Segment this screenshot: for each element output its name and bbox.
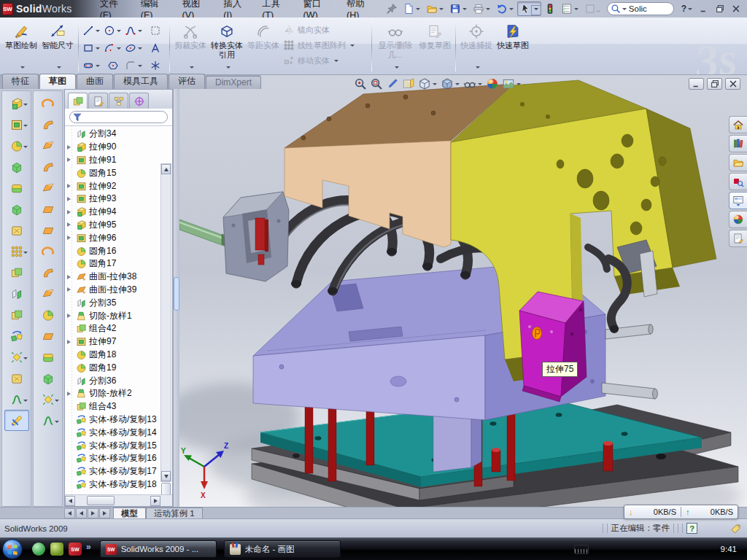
save-button[interactable] [447,1,470,16]
feature-tree-item[interactable]: 圆角18 [66,349,172,362]
close-button[interactable] [731,4,741,14]
splitter-handle[interactable] [174,277,179,311]
feature-tree-item[interactable]: 圆角19 [66,361,172,374]
doc-restore-button[interactable] [707,78,722,90]
trim-entities-button[interactable]: 剪裁实体 [172,20,209,73]
slot-tool[interactable] [81,57,102,74]
boundary-surface-button[interactable] [36,177,61,198]
expand-arrow-icon[interactable] [67,183,74,190]
mirror-entities-button[interactable]: 镜向实体 [282,23,369,36]
scrollbar-thumb[interactable] [161,483,171,494]
new-document-button[interactable] [400,1,423,16]
reference-plane-button[interactable] [4,368,29,389]
command-tab[interactable]: DimXpert [206,76,261,89]
expand-arrow-icon[interactable] [67,403,74,410]
feature-tree-item[interactable]: 拉伸91 [66,154,172,167]
tag-icon[interactable] [729,523,741,534]
configurationmanager-tab[interactable] [109,93,128,109]
freeform-button[interactable] [36,368,61,389]
sketch-fillet-tool[interactable] [123,57,144,74]
feature-tree-item[interactable]: 曲面-拉伸38 [66,271,172,284]
hide-show-items-button[interactable] [462,77,484,91]
expand-arrow-icon[interactable] [67,195,74,202]
featuremanager-tab[interactable] [68,93,88,109]
undo-button[interactable] [494,1,516,16]
dome-button[interactable] [36,346,61,368]
quick-launch-solidworks[interactable]: SW [69,542,82,556]
feature-tree-item[interactable]: 实体-移动/复制18 [66,478,172,491]
quick-launch-game[interactable] [50,542,63,556]
tray-update-icon[interactable] [629,544,640,555]
tray-security-icon[interactable] [614,544,625,555]
surface-point-button[interactable] [36,389,61,410]
appearances-tab[interactable] [729,211,747,228]
feature-tree-item[interactable]: 实体-移动/复制13 [66,413,172,427]
expand-arrow-icon[interactable] [67,325,74,332]
dropdown-arrow-icon[interactable] [574,8,578,12]
taskbar-task-button[interactable]: SW SolidWorks 2009 - ... [100,540,217,558]
feature-tree-item[interactable]: 组合43 [66,400,172,413]
shell-button[interactable] [4,177,29,198]
propertymanager-tab[interactable] [88,93,108,109]
zoom-to-fit-button[interactable] [353,77,368,91]
point-tool[interactable] [144,57,166,74]
design-library-tab[interactable] [729,135,747,152]
wrap-button[interactable] [4,219,29,241]
boss-extrude-button[interactable] [4,93,29,114]
knit-surface-button[interactable] [36,241,61,262]
expand-arrow-icon[interactable] [67,390,74,397]
expand-arrow-icon[interactable] [67,300,74,306]
exploded-mold-assembly-model[interactable]: Y Z X [179,75,747,507]
edit-appearance-button[interactable] [485,77,500,91]
tray-shield-plus-icon[interactable] [687,544,698,555]
extruded-surface-button[interactable] [36,135,61,156]
taskbar-task-button[interactable]: 未命名 - 画图 [224,540,341,558]
document-tab[interactable]: 模型 [113,508,146,518]
text-tool[interactable] [144,39,166,57]
feature-tree-item[interactable]: 拉伸92 [66,179,172,192]
rebuild-button[interactable] [542,1,558,16]
last-tab-button[interactable] [99,508,110,518]
feature-tree-item[interactable]: 拉伸95 [66,219,172,232]
scrollbar-thumb[interactable] [87,496,115,505]
command-tab[interactable]: 评估 [169,74,205,89]
extruded-cut-button[interactable] [4,114,29,135]
repair-sketch-button[interactable]: 修复草图 [417,20,453,73]
feature-tree-item[interactable]: 圆角16 [66,244,172,257]
tree-horizontal-scrollbar[interactable] [65,494,172,506]
help-button[interactable]: ? [678,4,696,14]
previous-tab-button[interactable] [76,508,87,518]
file-explorer-tab[interactable] [729,154,747,171]
quick-tips-button[interactable]: ? [686,523,697,534]
quick-launch-more-chevron[interactable]: » [86,542,91,552]
open-button[interactable] [424,1,446,16]
combine-bodies-button[interactable] [4,262,29,283]
feature-tree-item[interactable]: 曲面-拉伸39 [66,284,172,297]
smart-dimension-button[interactable]: 智能尺寸 [39,20,76,73]
taskbar-clock[interactable]: 9:41 [721,545,737,553]
command-tab[interactable]: 曲面 [77,74,113,89]
next-tab-button[interactable] [88,508,98,518]
search-input[interactable]: Solic [607,2,674,15]
expand-arrow-icon[interactable] [67,416,74,423]
rib-button[interactable] [4,156,29,177]
doc-minimize-button[interactable] [689,78,704,90]
print-button[interactable] [471,1,493,16]
scroll-down-button[interactable] [161,471,171,481]
apply-scene-button[interactable] [501,77,522,91]
display-style-button[interactable] [440,77,461,91]
select-button[interactable] [517,1,541,16]
extend-surface-button[interactable] [36,262,61,283]
linear-pattern-button[interactable] [4,241,29,262]
reference-point-button[interactable] [4,346,29,368]
graphics-area[interactable]: Y Z X [179,75,747,507]
expand-arrow-icon[interactable] [67,455,74,462]
expand-arrow-icon[interactable] [67,429,74,436]
minimize-button[interactable] [699,4,709,14]
linear-sketch-pattern-button[interactable]: 线性草图阵列 [282,39,369,52]
previous-view-button[interactable] [385,77,400,91]
expand-arrow-icon[interactable] [67,351,74,358]
dropdown-arrow-icon[interactable] [439,8,444,12]
line-tool[interactable] [81,22,102,39]
move-copy-body-button[interactable] [4,325,29,346]
